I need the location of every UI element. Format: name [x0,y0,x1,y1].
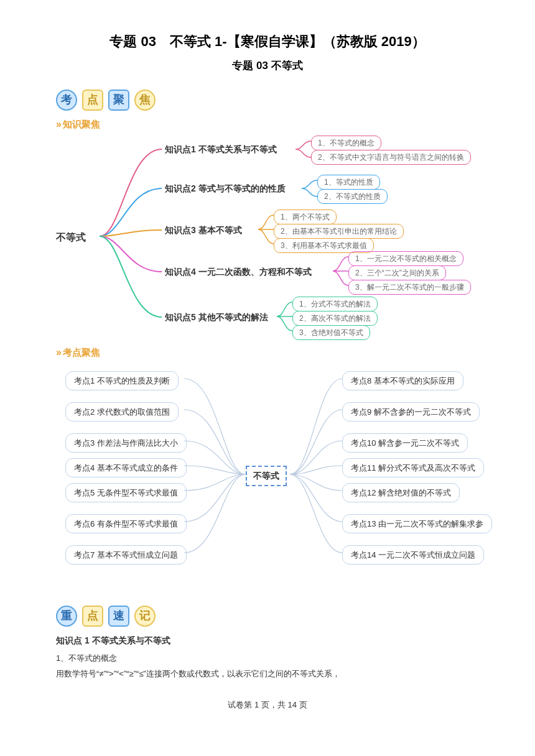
badge-char: 焦 [134,90,156,111]
mm1-leaf: 2、不等式中文字语言与符号语言之间的转换 [311,150,471,165]
exam-point-box: 考点10 解含参一元二次不等式 [342,433,468,453]
mindmap-branches [96,134,165,339]
exam-point-box: 考点4 基本不等式成立的条件 [65,458,187,478]
kp1-sub: 1、不等式的概念 [56,652,498,665]
curve-icon [302,175,320,203]
mm1-leaf: 3、解一元二次不等式的一般步骤 [348,280,471,295]
mm1-topic-1: 知识点1 不等式关系与不等式 [165,143,277,156]
exam-point-box: 考点1 不等式的性质及判断 [65,371,179,391]
mm1-leaf: 1、两个不等式 [274,210,337,224]
kp1-text: 用数学符号“≠”“>”“<”“≥”“≤”连接两个数或代数式，以表示它们之间的不等… [56,668,498,680]
mindmap-knowledge: 不等式 知识点1 不等式关系与不等式 1、不等式的概念 2、不等式中文字语言与符… [37,134,498,339]
mindmap-root: 不等式 [56,230,86,245]
heading-exam-points: 考点聚焦 [56,345,498,360]
mm1-leaf: 2、由基本不等式引申出的常用结论 [274,224,404,239]
mm1-topic-4: 知识点4 一元二次函数、方程和不等式 [165,265,312,279]
page-footer: 试卷第 1 页，共 14 页 [37,699,498,711]
mm1-leaf: 2、三个“二次”之间的关系 [348,265,446,280]
exam-point-box: 考点9 解不含参的一元二次不等式 [342,402,480,422]
exam-point-box: 考点3 作差法与作商法比大小 [65,433,187,453]
exam-point-box: 考点14 一元二次不等式恒成立问题 [342,545,484,565]
mm1-leaf: 1、分式不等式的解法 [292,297,378,311]
section-header-focus: 考 点 聚 焦 [56,90,498,111]
exam-point-box: 考点2 求代数式的取值范围 [65,402,179,422]
exam-point-box: 考点6 有条件型不等式求最值 [65,514,187,534]
section-header-memorize: 重 点 速 记 [56,606,498,627]
badge-char: 考 [56,90,77,111]
exam-point-box: 考点7 基本不等式恒成立问题 [65,545,187,565]
mm1-leaf: 1、不等式的概念 [311,136,381,150]
badge-char: 点 [82,90,103,111]
mm1-leaf: 1、一元二次不等式的相关概念 [348,251,463,266]
mm1-leaf: 3、含绝对值不等式 [292,325,370,340]
kp1-title: 知识点 1 不等式关系与不等式 [56,634,498,647]
exam-point-box: 考点13 由一元二次不等式的解集求参 [342,514,492,534]
exam-point-box: 考点5 无条件型不等式求最值 [65,483,187,503]
badge-char: 速 [108,606,129,627]
curve-icon [333,251,351,292]
badge-char: 点 [82,606,103,627]
curve-icon [295,136,314,164]
exam-point-box: 考点11 解分式不等式及高次不等式 [342,458,484,478]
page-title: 专题 03 不等式 1-【寒假自学课】（苏教版 2019） [37,31,498,52]
exam-point-box: 考点8 基本不等式的实际应用 [342,371,463,391]
mm1-topic-2: 知识点2 等式与不等式的的性质 [165,182,286,195]
badge-char: 记 [134,606,156,627]
curve-icon [258,210,277,250]
mm1-leaf: 2、不等式的性质 [317,189,388,204]
mm1-leaf: 2、高次不等式的解法 [292,311,378,326]
curve-icon [277,297,295,337]
mm1-topic-3: 知识点3 基本不等式 [165,224,242,237]
badge-char: 重 [56,606,77,627]
exam-point-box: 考点12 解含绝对值的不等式 [342,483,460,503]
page-subtitle: 专题 03 不等式 [37,58,498,74]
mindmap-exam-points: 不等式 考点1 不等式的性质及判断 考点2 求代数式的取值范围 考点3 [37,360,498,596]
badge-char: 聚 [108,90,129,111]
mm1-leaf: 1、等式的性质 [317,175,380,190]
mm1-topic-5: 知识点5 其他不等式的解法 [165,311,268,324]
heading-knowledge: 知识聚焦 [56,117,498,132]
